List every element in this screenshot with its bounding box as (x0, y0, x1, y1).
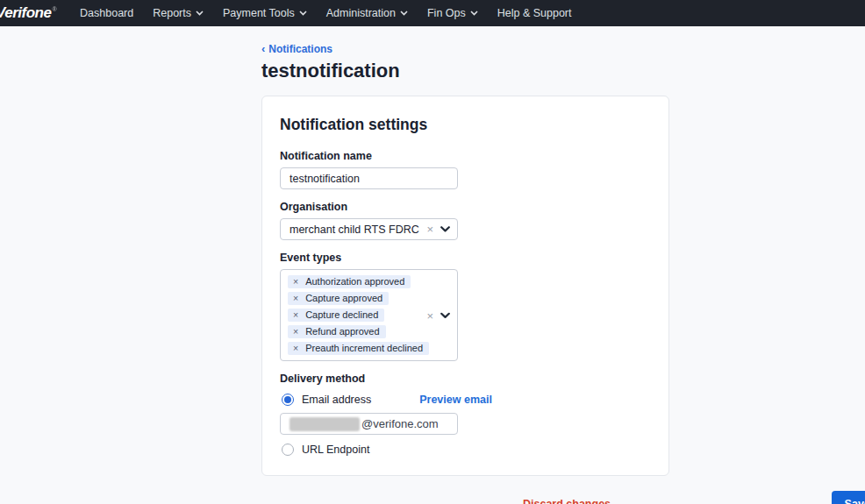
page-content: ‹ Notifications testnotification Notific… (0, 26, 865, 504)
email-address-radio-label[interactable]: Email address (302, 394, 371, 406)
top-navigation-bar: Verifone® Dashboard Reports Payment Tool… (0, 0, 865, 26)
nav-item-label: Help & Support (497, 7, 572, 19)
notification-name-group: Notification name (280, 150, 651, 189)
nav-item-label: Payment Tools (223, 7, 295, 19)
multiselect-controls: × (423, 309, 450, 321)
url-endpoint-radio[interactable] (282, 444, 294, 456)
remove-chip-icon[interactable]: × (293, 327, 298, 337)
card-heading: Notification settings (280, 116, 651, 134)
chevron-left-icon: ‹ (261, 43, 265, 54)
organisation-label: Organisation (280, 201, 651, 213)
chevron-down-icon (196, 11, 204, 16)
chevron-down-icon (299, 11, 307, 16)
logo-text: Verifone (0, 4, 51, 21)
nav-item-reports[interactable]: Reports (143, 0, 213, 26)
chip-label: Capture declined (305, 310, 378, 320)
delivery-method-label: Delivery method (280, 373, 651, 385)
event-types-multiselect[interactable]: × Authorization approved × Capture appro… (280, 269, 458, 361)
nav-item-label: Administration (326, 7, 396, 19)
event-type-chip: × Authorization approved (288, 275, 411, 288)
chevron-down-icon (400, 11, 408, 16)
save-changes-button[interactable]: Save changes (832, 491, 865, 504)
event-type-chip: × Capture declined (288, 309, 384, 322)
chip-label: Authorization approved (305, 277, 404, 287)
remove-chip-icon[interactable]: × (293, 344, 298, 353)
discard-changes-link[interactable]: Discard changes (523, 498, 611, 504)
page-title: testnotification (261, 60, 865, 82)
event-type-chip: × Preauth increment declined (288, 342, 429, 355)
email-domain-text: @verifone.com (361, 417, 439, 430)
url-endpoint-option-row: URL Endpoint (282, 444, 651, 456)
remove-chip-icon[interactable]: × (293, 294, 298, 303)
preview-email-link[interactable]: Preview email (419, 394, 492, 406)
clear-icon[interactable]: × (423, 309, 437, 321)
breadcrumb-label: Notifications (268, 43, 332, 55)
notification-name-label: Notification name (280, 150, 651, 162)
breadcrumb-back-link[interactable]: ‹ Notifications (261, 43, 332, 55)
chip-label: Refund approved (305, 327, 379, 337)
remove-chip-icon[interactable]: × (293, 277, 298, 287)
nav-item-label: Fin Ops (427, 7, 466, 19)
chip-label: Preauth increment declined (305, 344, 423, 353)
nav-item-payment-tools[interactable]: Payment Tools (213, 0, 317, 26)
organisation-select[interactable]: merchant child RTS FDRC × (280, 218, 458, 240)
chevron-down-icon (470, 11, 478, 16)
chevron-down-icon[interactable] (440, 312, 450, 318)
event-types-label: Event types (280, 252, 651, 264)
nav-item-administration[interactable]: Administration (317, 0, 418, 26)
event-type-chip: × Refund approved (288, 325, 386, 338)
chevron-down-icon[interactable] (440, 226, 450, 232)
notification-settings-card: Notification settings Notification name … (261, 96, 669, 476)
email-address-radio[interactable] (282, 394, 294, 406)
nav-item-label: Reports (153, 7, 191, 19)
nav-item-label: Dashboard (80, 7, 133, 19)
notification-name-input[interactable] (280, 167, 458, 189)
event-type-chip: × Capture approved (288, 292, 389, 305)
main-menu: Dashboard Reports Payment Tools Administ… (70, 0, 581, 26)
logo-trademark: ® (52, 6, 56, 12)
nav-item-help-support[interactable]: Help & Support (488, 0, 582, 26)
chip-label: Capture approved (305, 294, 382, 303)
verifone-logo[interactable]: Verifone® (0, 4, 56, 22)
url-endpoint-radio-label[interactable]: URL Endpoint (302, 444, 369, 456)
nav-item-fin-ops[interactable]: Fin Ops (418, 0, 488, 26)
clear-icon[interactable]: × (423, 224, 437, 235)
delivery-method-group: Delivery method Email address Preview em… (280, 373, 651, 456)
email-address-input[interactable]: @verifone.com (280, 413, 458, 435)
nav-item-dashboard[interactable]: Dashboard (70, 0, 143, 26)
form-actions: Discard changes Save changes (523, 491, 865, 504)
organisation-selected-value: merchant child RTS FDRC (290, 224, 423, 236)
remove-chip-icon[interactable]: × (293, 310, 298, 320)
email-address-option-row: Email address Preview email (282, 394, 651, 406)
organisation-group: Organisation merchant child RTS FDRC × (280, 201, 651, 240)
redacted-email-local-part (290, 417, 360, 431)
event-types-group: Event types × Authorization approved × C… (280, 252, 651, 361)
